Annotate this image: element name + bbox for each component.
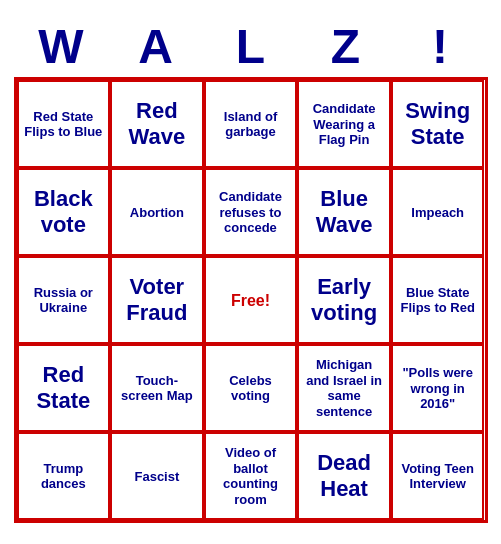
bingo-cell-4: Swing State	[391, 80, 485, 168]
bingo-cell-15: Red State	[17, 344, 111, 432]
letter-a: A	[108, 21, 203, 74]
bingo-cell-11: Voter Fraud	[110, 256, 204, 344]
letter-exclaim: !	[393, 21, 488, 74]
bingo-cell-12: Free!	[204, 256, 298, 344]
bingo-cell-19: "Polls were wrong in 2016"	[391, 344, 485, 432]
bingo-cell-17: Celebs voting	[204, 344, 298, 432]
bingo-cell-7: Candidate refuses to concede	[204, 168, 298, 256]
bingo-cell-1: Red Wave	[110, 80, 204, 168]
bingo-cell-18: Michigan and Israel in same sentence	[297, 344, 391, 432]
bingo-cell-10: Russia or Ukraine	[17, 256, 111, 344]
letter-w: W	[14, 21, 109, 74]
bingo-cell-14: Blue State Flips to Red	[391, 256, 485, 344]
bingo-cell-8: Blue Wave	[297, 168, 391, 256]
bingo-cell-0: Red State Flips to Blue	[17, 80, 111, 168]
letter-z: Z	[298, 21, 393, 74]
bingo-cell-20: Trump dances	[17, 432, 111, 520]
letter-l: L	[203, 21, 298, 74]
bingo-cell-2: Island of garbage	[204, 80, 298, 168]
bingo-cell-6: Abortion	[110, 168, 204, 256]
bingo-cell-22: Video of ballot counting room	[204, 432, 298, 520]
bingo-cell-9: Impeach	[391, 168, 485, 256]
bingo-header: W A L Z !	[14, 21, 488, 74]
bingo-cell-13: Early voting	[297, 256, 391, 344]
bingo-cell-5: Black vote	[17, 168, 111, 256]
bingo-cell-3: Candidate Wearing a Flag Pin	[297, 80, 391, 168]
bingo-cell-24: Voting Teen Interview	[391, 432, 485, 520]
bingo-cell-23: Dead Heat	[297, 432, 391, 520]
bingo-grid: Red State Flips to BlueRed WaveIsland of…	[14, 77, 488, 523]
bingo-cell-16: Touch-screen Map	[110, 344, 204, 432]
bingo-cell-21: Fascist	[110, 432, 204, 520]
bingo-card: W A L Z ! Red State Flips to BlueRed Wav…	[6, 13, 496, 532]
